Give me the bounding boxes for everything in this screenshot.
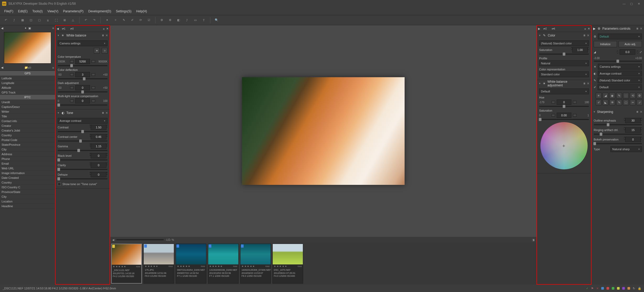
split-view-icon[interactable]: ◫ <box>27 17 35 24</box>
check-icon[interactable]: ☑ <box>145 17 153 24</box>
color-collapse-icon[interactable]: ▼ <box>539 34 541 37</box>
iptc-row[interactable]: Creator <box>0 123 55 128</box>
panel-menu-icon[interactable]: ≡ <box>103 27 105 30</box>
zoom-out-icon[interactable]: ◀ <box>112 238 114 241</box>
params-close-icon[interactable]: ✕ <box>640 27 642 30</box>
profile-dropdown[interactable]: Natural▼ <box>539 60 589 66</box>
wba-sat-slider[interactable] <box>539 119 589 120</box>
tool-icon-2[interactable]: ◢ <box>603 93 608 98</box>
menu-edit[interactable]: Edit(E) <box>16 8 30 14</box>
collapse-left-icon[interactable]: ◀ <box>1 27 3 30</box>
iptc-row[interactable]: Location <box>0 199 55 204</box>
thumbnail[interactable]: ★ ★ ★ ★ ★ RAW175.JPG2014/05/08 12:51:06F… <box>143 244 174 284</box>
single-view-icon[interactable]: ▢ <box>36 17 43 24</box>
wb-menu-icon[interactable]: ≡ <box>102 34 104 37</box>
sharp-menu-icon[interactable]: ≡ <box>636 110 638 114</box>
panel-tab-2[interactable]: ⇄2 <box>542 27 549 31</box>
iptc-row[interactable]: Phone <box>0 157 55 161</box>
iptc-row[interactable]: Caption/Descr <box>0 105 55 109</box>
iptc-row[interactable]: Date Created <box>0 175 55 180</box>
param-wb-dropdown[interactable]: Camera settings▼ <box>598 64 642 70</box>
tool-icon-8[interactable]: ✐ <box>596 100 602 105</box>
tool-icon-6[interactable]: ⟲ <box>630 93 636 98</box>
iptc-row[interactable]: Postal Code <box>0 138 55 142</box>
panel-close-icon[interactable]: ✕ <box>106 27 109 30</box>
menu-view[interactable]: View(V) <box>45 8 61 14</box>
panel-tab-3[interactable]: ⇄3 <box>69 27 76 31</box>
thumbnail[interactable]: ★ ★ ★ ★ ★ RAW160923135308_D7200.NEF2016/… <box>240 244 271 284</box>
menu-help[interactable]: Help(H) <box>134 8 149 14</box>
saturation-slider[interactable] <box>539 54 589 55</box>
gps-row[interactable]: Longitude <box>0 81 55 85</box>
expand-panel-icon[interactable]: ▶ <box>538 27 540 30</box>
minimize-button[interactable]: — <box>621 1 627 6</box>
search-icon[interactable]: 🔍 <box>213 17 220 24</box>
close-window-button[interactable]: ✕ <box>636 1 642 6</box>
preview-tool2-icon[interactable]: ▣ <box>28 27 31 30</box>
gear2-icon[interactable]: ⚙ <box>167 17 174 24</box>
default-preset-dropdown[interactable]: Default▼ <box>598 34 642 39</box>
undo-icon[interactable]: ↶ <box>82 17 89 24</box>
monitor-icon[interactable]: ▭ <box>192 17 199 24</box>
wb-auto-icon[interactable]: ✧ <box>102 48 108 54</box>
wba-preset-dropdown[interactable]: Default▼ <box>539 88 589 94</box>
iptc-row[interactable]: Image information <box>0 171 55 175</box>
hue-slider[interactable] <box>539 106 589 107</box>
menu-tools[interactable]: Tools(I) <box>30 8 45 14</box>
temp-inc[interactable]: › <box>92 60 95 63</box>
temp-dec[interactable]: ‹ <box>70 60 73 63</box>
zoom-slider[interactable] <box>116 239 164 240</box>
color-rep-dropdown[interactable]: Standard color▼ <box>539 71 589 77</box>
auto-adjust-button[interactable]: Auto adj. <box>619 41 642 47</box>
show-tone-checkbox[interactable] <box>58 182 61 186</box>
multi-slider[interactable] <box>58 105 108 106</box>
wba-close-icon[interactable]: ✕ <box>587 82 589 85</box>
color-close-icon[interactable]: ✕ <box>587 34 589 37</box>
pen-icon[interactable]: ✐ <box>128 17 136 24</box>
orange-dot[interactable] <box>627 287 630 290</box>
blue-dot[interactable] <box>601 287 604 290</box>
tag-icon[interactable]: 🏷 <box>28 66 31 69</box>
menu-development[interactable]: Development(D) <box>86 8 113 14</box>
tool-icon-9[interactable]: ◣ <box>603 100 608 105</box>
menu-settings[interactable]: Settings(S) <box>114 8 133 14</box>
thumbnail[interactable]: ★ ★ ★ ★ ★ RAW090715140254_D200.NEF2009/0… <box>176 244 206 284</box>
iptc-row[interactable]: Web URL <box>0 166 55 171</box>
menu-parameters[interactable]: Parameters(P) <box>61 8 86 14</box>
param-color-dropdown[interactable]: (Natural) Standard color▼ <box>598 77 642 83</box>
yellow-dot[interactable] <box>617 287 620 290</box>
gps-row[interactable]: Altitude <box>0 85 55 90</box>
exposure-value[interactable]: 0.0 <box>620 49 635 55</box>
temp-slider[interactable] <box>58 65 108 66</box>
export2-icon[interactable]: ⤴ <box>183 17 191 24</box>
thumbnail[interactable]: ★ ★ ★ ★ ★ RAW_DSC1121.NEF2012/07/21 14:5… <box>111 244 142 284</box>
expand-icon[interactable]: ▶ <box>593 27 595 30</box>
collapse-panel-icon[interactable]: ◀ <box>57 27 59 30</box>
tool-icon-7[interactable]: ⚙ <box>637 93 642 98</box>
reset-icon[interactable]: ⤢ <box>640 50 642 54</box>
warning-icon[interactable]: △ <box>69 17 77 24</box>
dark-slider[interactable] <box>58 91 108 92</box>
tone-preset-dropdown[interactable]: Average contrast▼ <box>58 118 108 124</box>
tone-menu-icon[interactable]: ≡ <box>102 111 104 115</box>
undo-history-icon[interactable]: ↶ <box>2 17 9 24</box>
image-viewer[interactable] <box>110 25 536 237</box>
color-wheel[interactable]: ✛ <box>540 122 588 169</box>
tool-icon-12[interactable]: ▢ <box>623 100 629 105</box>
iptc-row[interactable]: Unedit <box>0 100 55 105</box>
wb-preset-dropdown[interactable]: Camera settings▼ <box>58 40 108 46</box>
contrast-slider[interactable] <box>58 131 108 132</box>
fullscreen-icon[interactable]: ⛶ <box>52 17 60 24</box>
iptc-row[interactable]: Province/State <box>0 190 55 194</box>
wb-picker-icon[interactable]: ✦ <box>94 48 100 54</box>
lock-icon[interactable]: 🔒 <box>638 287 641 290</box>
panel-tab-1[interactable]: ⇄1 <box>60 27 67 31</box>
iptc-row[interactable]: State/Province <box>0 142 55 147</box>
color-menu-icon[interactable]: ≡ <box>583 34 585 37</box>
iptc-row[interactable]: Country <box>0 180 55 185</box>
panel-close-icon[interactable]: ✕ <box>588 27 590 30</box>
sharp-close-icon[interactable]: ✕ <box>640 110 642 114</box>
folder-icon[interactable]: 📁 <box>24 66 28 69</box>
tool-icon-10[interactable]: 👁 <box>609 100 615 105</box>
viewer-tool-icon[interactable]: ◨ <box>532 238 534 241</box>
